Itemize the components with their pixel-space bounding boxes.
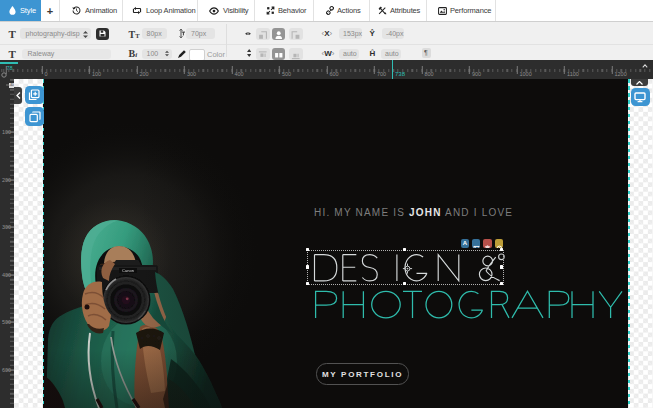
- svg-text:Canon: Canon: [122, 268, 134, 273]
